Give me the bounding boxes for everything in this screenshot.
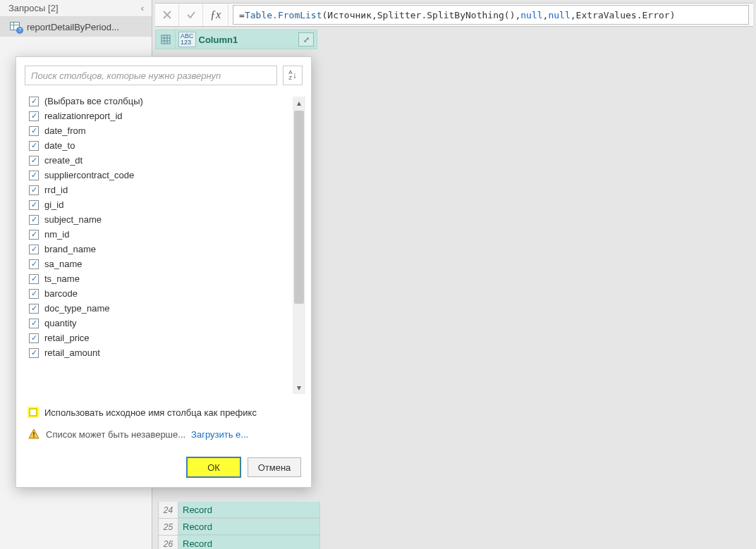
warning-text: Список может быть незаверше... [46,429,185,440]
ok-button[interactable]: ОК [187,457,240,477]
column-option[interactable]: date_from [26,123,290,138]
column-label: retail_amount [44,347,100,358]
expand-column-icon[interactable]: ⤢ [298,32,314,47]
table-row[interactable]: 26Record [158,536,320,549]
column-checkbox[interactable] [29,126,39,136]
column-label: date_to [44,140,75,151]
app-root: Запросы [2] ‹ ? reportDetailByPeriod... … [0,0,756,549]
column-option[interactable]: date_to [26,138,290,153]
collapse-queries-icon[interactable]: ‹ [138,3,147,13]
column-label: subject_name [44,214,102,225]
search-placeholder: Поиск столбцов, которые нужно развернуп [31,70,221,81]
row-number: 26 [159,536,178,549]
table-row[interactable]: 25Record [158,519,320,536]
table-row[interactable]: 24Record [158,502,320,519]
sort-az-button[interactable]: AZ↓ [283,66,303,85]
formula-input[interactable]: = Table.FromList ( Источник , Splitter.S… [233,5,749,25]
formula-bar: ƒx = Table.FromList ( Источник , Splitte… [155,3,753,27]
row-value: Record [178,502,319,518]
scroll-up-icon[interactable]: ▴ [293,97,305,109]
search-input[interactable]: Поиск столбцов, которые нужно развернуп [25,66,277,85]
column-checkbox[interactable] [29,97,39,106]
column-checkbox[interactable] [29,304,39,314]
column-label: create_dt [44,155,83,166]
column-option[interactable]: brand_name [26,242,290,257]
scroll-down-icon[interactable]: ▾ [293,381,305,394]
column-option[interactable]: quantity [26,316,290,331]
svg-rect-2 [33,436,35,438]
column-option[interactable]: (Выбрать все столбцы) [26,94,290,109]
load-more-link[interactable]: Загрузить е... [191,429,248,440]
expand-columns-popup: Поиск столбцов, которые нужно развернуп … [16,56,312,488]
column-option[interactable]: create_dt [26,153,290,168]
column-option[interactable]: doc_type_name [26,301,290,316]
column-checkbox[interactable] [29,348,39,358]
formula-fn: Table.FromList [245,10,322,20]
column-checkbox[interactable] [29,215,39,225]
column-type-icon: ABC123 [178,32,196,47]
column-checkbox[interactable] [29,245,39,254]
prefix-option-row: Использовать исходное имя столбца как пр… [16,404,311,422]
formula-prefix: = [239,10,245,20]
column-option[interactable]: ts_name [26,271,290,286]
query-name: reportDetailByPeriod... [27,22,119,32]
column-label: doc_type_name [44,303,110,314]
column-option[interactable]: nm_id [26,227,290,242]
formula-cancel-icon[interactable] [155,4,179,26]
grid-header: ABC123 Column1 ⤢ [155,30,317,49]
column-label: realizationreport_id [44,111,123,121]
column-label: suppliercontract_code [44,170,134,180]
column-checkbox[interactable] [29,319,39,328]
popup-search-row: Поиск столбцов, которые нужно развернуп … [16,57,311,91]
column-option[interactable]: suppliercontract_code [26,168,290,183]
column-checkbox[interactable] [29,289,39,299]
cancel-button[interactable]: Отмена [248,457,301,477]
column-checkbox[interactable] [29,185,39,195]
svg-rect-0 [161,35,170,44]
column-label: nm_id [44,229,69,240]
column-label: sa_name [44,259,82,269]
column-checkbox[interactable] [29,141,39,151]
warning-row: Список может быть незаверше... Загрузить… [16,422,311,450]
query-item[interactable]: ? reportDetailByPeriod... [0,17,152,37]
column-checkbox[interactable] [29,111,39,121]
column-list-scrollbar[interactable]: ▴ ▾ [293,97,305,394]
column-label: brand_name [44,244,96,254]
column-checkbox[interactable] [29,274,39,284]
column-checkbox[interactable] [29,200,39,210]
grid-corner-icon[interactable] [156,30,176,49]
column-header[interactable]: ABC123 Column1 ⤢ [176,30,317,49]
prefix-checkbox[interactable] [29,408,37,417]
formula-arg3: null [520,10,542,20]
column-option[interactable]: gi_id [26,197,290,212]
column-checkbox[interactable] [29,156,39,166]
column-checkbox[interactable] [29,171,39,180]
column-label: gi_id [44,199,63,210]
column-option[interactable]: rrd_id [26,183,290,197]
column-option[interactable]: retail_amount [26,345,290,360]
column-option[interactable]: retail_price [26,331,290,345]
scroll-thumb[interactable] [294,111,304,304]
column-checkbox[interactable] [29,333,39,343]
column-option[interactable]: subject_name [26,212,290,227]
grid-rows: 24Record25Record26Record [158,502,320,549]
column-label: barcode [44,288,78,299]
fx-icon[interactable]: ƒx [203,4,228,26]
formula-arg2: Splitter.SplitByNothing() [377,10,516,20]
formula-arg4: null [548,10,570,20]
column-option[interactable]: sa_name [26,257,290,271]
formula-commit-icon[interactable] [179,4,203,26]
column-checkbox[interactable] [29,230,39,240]
row-value: Record [178,536,319,549]
formula-open: ( [322,10,328,20]
column-label: date_from [44,125,86,136]
column-name: Column1 [199,35,238,45]
prefix-checkbox-highlight [28,407,39,418]
column-checkbox[interactable] [29,259,39,269]
column-option[interactable]: realizationreport_id [26,109,290,123]
popup-buttons: ОК Отмена [16,450,311,487]
column-label: retail_price [44,333,90,343]
column-option[interactable]: barcode [26,286,290,301]
formula-arg5: ExtraValues.Error [576,10,670,20]
formula-close: ) [670,10,676,20]
